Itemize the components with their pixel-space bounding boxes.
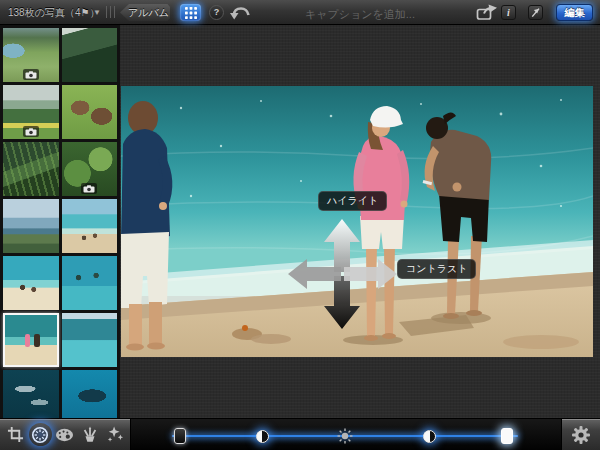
settings-panel [562,419,600,450]
blacks-slider-handle[interactable] [174,428,186,444]
sparkles-icon [106,426,124,443]
photo-thumbnail[interactable] [62,28,118,82]
highlights-contrast-slider-handle[interactable] [423,430,436,443]
camera-badge-icon [23,126,39,137]
undo-arrow-icon [230,6,250,20]
flag-button[interactable] [528,5,543,20]
effects-tool-button[interactable] [103,423,126,446]
photo-thumbnail[interactable] [3,85,59,139]
photo-thumbnail[interactable] [3,142,59,196]
photo-count-dropdown[interactable]: 138枚の写真（4⚑） [8,0,99,25]
share-icon [476,4,498,20]
brushes-icon [81,426,99,443]
edit-button[interactable]: 編集 [556,4,593,21]
edit-tools-panel [0,419,130,450]
palette-icon [55,428,74,442]
crop-tool-button[interactable] [4,423,27,446]
grid-icon [185,7,197,19]
album-back-button[interactable]: アルバム [120,4,170,21]
shadows-contrast-slider-handle[interactable] [256,430,269,443]
gear-icon [571,425,591,445]
info-button[interactable]: i [501,5,516,20]
photo-thumbnail-selected[interactable] [3,313,59,367]
color-tool-button[interactable] [53,423,76,446]
camera-badge-icon [81,183,97,194]
photo-thumbnail[interactable] [62,256,118,310]
flag-icon [530,7,541,18]
settings-gear-button[interactable] [571,425,591,445]
sidebar-resize-grip[interactable] [106,6,115,18]
info-icon: i [507,7,510,18]
thumbnail-sidebar [0,25,120,418]
photo-thumbnail[interactable] [62,142,118,196]
photo-thumbnail[interactable] [62,199,118,253]
undo-button[interactable] [230,6,250,20]
caption-input[interactable] [303,4,457,23]
photo-thumbnail[interactable] [62,313,118,367]
exposure-tool-button[interactable] [29,423,52,446]
camera-badge-icon [23,69,39,80]
editor-canvas-area: ハイライト コントラスト [120,25,600,418]
brightness-slider-handle[interactable] [337,428,353,444]
contrast-gesture-label: コントラスト [397,259,476,279]
highlight-gesture-label: ハイライト [318,191,387,211]
thumbnail-grid-toggle-button[interactable] [180,4,201,21]
photo-thumbnail[interactable] [3,256,59,310]
top-toolbar: 138枚の写真（4⚑） ▼ アルバム ? i [0,0,600,25]
exposure-dial-icon [31,426,49,444]
question-mark-icon: ? [214,7,220,17]
photo-thumbnail[interactable] [62,370,118,418]
photo-thumbnail[interactable] [3,199,59,253]
photo-thumbnail[interactable] [62,85,118,139]
iphoto-edit-window: 138枚の写真（4⚑） ▼ アルバム ? i [0,0,600,450]
photo-thumbnail[interactable] [3,28,59,82]
photo-canvas[interactable]: ハイライト コントラスト [121,86,593,357]
share-button[interactable] [476,4,498,20]
whites-slider-handle[interactable] [501,428,513,444]
chevron-down-icon[interactable]: ▼ [93,0,101,25]
bottom-toolbar [0,418,600,450]
sun-icon [337,428,353,444]
photo-thumbnail[interactable] [3,370,59,418]
brushes-tool-button[interactable] [78,423,101,446]
help-button[interactable]: ? [209,5,224,20]
crop-icon [7,426,24,443]
beach-photo [121,86,593,357]
